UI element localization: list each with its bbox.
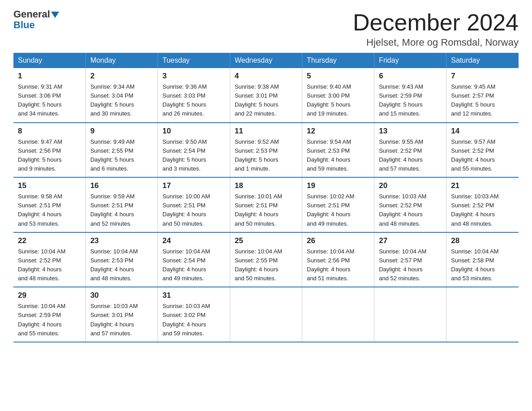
day-info: Sunrise: 9:49 AMSunset: 2:55 PMDaylight:… [90,137,153,174]
month-title: December 2024 [353,9,519,36]
calendar-cell: 31Sunrise: 10:03 AMSunset: 3:02 PMDaylig… [158,287,230,342]
day-number: 3 [163,72,225,81]
day-number: 20 [379,181,442,190]
day-info: Sunrise: 9:40 AMSunset: 3:00 PMDaylight:… [307,82,369,119]
calendar-cell: 6Sunrise: 9:43 AMSunset: 2:59 PMDaylight… [374,68,446,123]
day-number: 16 [90,181,153,190]
day-info: Sunrise: 9:31 AMSunset: 3:06 PMDaylight:… [18,82,81,119]
calendar-week-1: 1Sunrise: 9:31 AMSunset: 3:06 PMDaylight… [13,68,519,123]
day-number: 25 [235,236,297,245]
calendar-cell: 24Sunrise: 10:04 AMSunset: 2:54 PMDaylig… [158,232,230,287]
day-info: Sunrise: 10:04 AMSunset: 2:52 PMDaylight… [18,247,81,283]
calendar-week-3: 15Sunrise: 9:58 AMSunset: 2:51 PMDayligh… [13,177,519,232]
day-number: 19 [307,181,369,190]
day-number: 18 [235,181,297,190]
calendar-cell: 10Sunrise: 9:50 AMSunset: 2:54 PMDayligh… [158,123,230,178]
calendar-cell: 22Sunrise: 10:04 AMSunset: 2:52 PMDaylig… [13,232,86,287]
page-header: General Blue December 2024 Hjelset, More… [13,9,519,48]
day-number: 31 [163,291,225,300]
day-info: Sunrise: 10:04 AMSunset: 2:54 PMDaylight… [163,247,225,283]
weekday-row: SundayMondayTuesdayWednesdayThursdayFrid… [13,53,519,68]
day-info: Sunrise: 10:01 AMSunset: 2:51 PMDaylight… [235,192,297,228]
day-info: Sunrise: 10:04 AMSunset: 2:53 PMDaylight… [90,247,153,283]
calendar-cell: 28Sunrise: 10:04 AMSunset: 2:58 PMDaylig… [446,232,519,287]
weekday-header-sunday: Sunday [13,53,86,68]
calendar-cell: 17Sunrise: 10:00 AMSunset: 2:51 PMDaylig… [158,177,230,232]
calendar-cell: 29Sunrise: 10:04 AMSunset: 2:59 PMDaylig… [13,287,86,342]
day-info: Sunrise: 9:34 AMSunset: 3:04 PMDaylight:… [90,82,153,119]
day-info: Sunrise: 9:55 AMSunset: 2:52 PMDaylight:… [379,137,442,174]
calendar-cell: 19Sunrise: 10:02 AMSunset: 2:51 PMDaylig… [302,177,374,232]
calendar-week-2: 8Sunrise: 9:47 AMSunset: 2:56 PMDaylight… [13,123,519,178]
weekday-header-wednesday: Wednesday [230,53,302,68]
calendar-cell: 27Sunrise: 10:04 AMSunset: 2:57 PMDaylig… [374,232,446,287]
calendar-cell: 14Sunrise: 9:57 AMSunset: 2:52 PMDayligh… [446,123,519,178]
day-number: 6 [379,72,442,81]
weekday-header-saturday: Saturday [446,53,519,68]
day-info: Sunrise: 9:45 AMSunset: 2:57 PMDaylight:… [451,82,514,119]
calendar-week-5: 29Sunrise: 10:04 AMSunset: 2:59 PMDaylig… [13,287,519,342]
logo: General Blue [13,9,59,30]
day-number: 9 [90,127,153,136]
calendar-body: 1Sunrise: 9:31 AMSunset: 3:06 PMDaylight… [13,68,519,342]
calendar-cell: 5Sunrise: 9:40 AMSunset: 3:00 PMDaylight… [302,68,374,123]
day-number: 4 [235,72,297,81]
calendar-cell: 1Sunrise: 9:31 AMSunset: 3:06 PMDaylight… [13,68,86,123]
day-info: Sunrise: 9:57 AMSunset: 2:52 PMDaylight:… [451,137,514,174]
day-number: 11 [235,127,297,136]
weekday-header-tuesday: Tuesday [158,53,230,68]
day-info: Sunrise: 10:04 AMSunset: 2:57 PMDaylight… [379,247,442,283]
calendar-cell: 23Sunrise: 10:04 AMSunset: 2:53 PMDaylig… [86,232,158,287]
calendar-table: SundayMondayTuesdayWednesdayThursdayFrid… [13,53,519,342]
calendar-header: SundayMondayTuesdayWednesdayThursdayFrid… [13,53,519,68]
day-number: 29 [18,291,81,300]
day-number: 10 [163,127,225,136]
calendar-cell [374,287,446,342]
day-info: Sunrise: 9:50 AMSunset: 2:54 PMDaylight:… [163,137,225,174]
day-info: Sunrise: 10:02 AMSunset: 2:51 PMDaylight… [307,192,369,228]
day-number: 15 [18,181,81,190]
calendar-cell: 16Sunrise: 9:59 AMSunset: 2:51 PMDayligh… [86,177,158,232]
day-number: 1 [18,72,81,81]
calendar-cell: 25Sunrise: 10:04 AMSunset: 2:55 PMDaylig… [230,232,302,287]
day-info: Sunrise: 10:04 AMSunset: 2:59 PMDaylight… [18,302,81,338]
location: Hjelset, More og Romsdal, Norway [353,37,519,48]
day-number: 30 [90,291,153,300]
calendar-cell: 4Sunrise: 9:38 AMSunset: 3:01 PMDaylight… [230,68,302,123]
calendar-cell: 7Sunrise: 9:45 AMSunset: 2:57 PMDaylight… [446,68,519,123]
day-info: Sunrise: 9:59 AMSunset: 2:51 PMDaylight:… [90,192,153,228]
day-info: Sunrise: 10:03 AMSunset: 2:52 PMDaylight… [451,192,514,228]
day-info: Sunrise: 9:36 AMSunset: 3:03 PMDaylight:… [163,82,225,119]
day-number: 12 [307,127,369,136]
calendar-cell: 2Sunrise: 9:34 AMSunset: 3:04 PMDaylight… [86,68,158,123]
weekday-header-friday: Friday [374,53,446,68]
day-number: 2 [90,72,153,81]
day-number: 23 [90,236,153,245]
calendar-week-4: 22Sunrise: 10:04 AMSunset: 2:52 PMDaylig… [13,232,519,287]
calendar-cell: 9Sunrise: 9:49 AMSunset: 2:55 PMDaylight… [86,123,158,178]
calendar-cell [302,287,374,342]
logo-blue-text: Blue [13,20,59,30]
day-number: 28 [451,236,514,245]
day-info: Sunrise: 9:47 AMSunset: 2:56 PMDaylight:… [18,137,81,174]
calendar-cell: 18Sunrise: 10:01 AMSunset: 2:51 PMDaylig… [230,177,302,232]
calendar-cell [230,287,302,342]
day-info: Sunrise: 10:00 AMSunset: 2:51 PMDaylight… [163,192,225,228]
day-number: 22 [18,236,81,245]
day-number: 17 [163,181,225,190]
logo-general-text: General [13,9,50,20]
day-info: Sunrise: 10:03 AMSunset: 3:02 PMDaylight… [163,302,225,338]
day-info: Sunrise: 10:04 AMSunset: 2:56 PMDaylight… [307,247,369,283]
day-info: Sunrise: 9:43 AMSunset: 2:59 PMDaylight:… [379,82,442,119]
calendar-cell: 21Sunrise: 10:03 AMSunset: 2:52 PMDaylig… [446,177,519,232]
calendar-cell [446,287,519,342]
logo-triangle-icon [51,12,59,18]
day-info: Sunrise: 10:04 AMSunset: 2:58 PMDaylight… [451,247,514,283]
calendar-cell: 12Sunrise: 9:54 AMSunset: 2:53 PMDayligh… [302,123,374,178]
day-number: 27 [379,236,442,245]
calendar-cell: 15Sunrise: 9:58 AMSunset: 2:51 PMDayligh… [13,177,86,232]
calendar-cell: 8Sunrise: 9:47 AMSunset: 2:56 PMDaylight… [13,123,86,178]
day-number: 26 [307,236,369,245]
day-number: 14 [451,127,514,136]
day-number: 5 [307,72,369,81]
